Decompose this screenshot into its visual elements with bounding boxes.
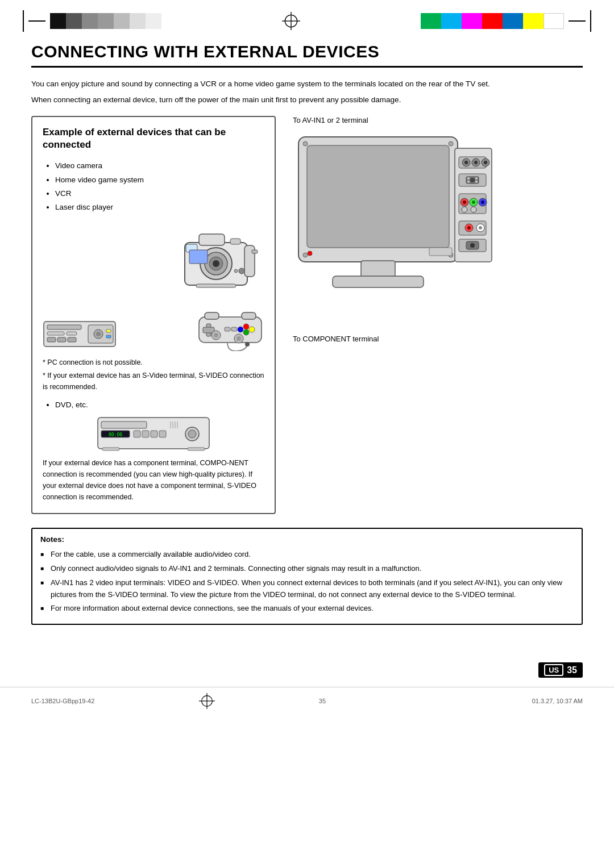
svg-point-75 (470, 178, 475, 182)
color-bars-right (421, 13, 564, 29)
vert-line-left (23, 10, 24, 32)
header-crosshair (282, 12, 300, 30)
footer-center-page: 35 (319, 698, 326, 704)
color-bar-blue (503, 13, 523, 29)
svg-rect-16 (196, 284, 236, 287)
svg-point-44 (245, 342, 250, 347)
svg-rect-60 (188, 448, 205, 450)
dvd-player-icon: 00:00 (97, 415, 210, 452)
svg-rect-52 (159, 431, 166, 437)
color-bar-3 (82, 13, 98, 29)
color-bar-2 (66, 13, 82, 29)
camera-image-area (43, 223, 264, 297)
list-item: AV-IN1 has 2 video input terminals: VIDE… (40, 577, 574, 601)
svg-rect-19 (47, 332, 64, 335)
svg-point-102 (308, 251, 312, 256)
color-bar-7 (146, 13, 161, 29)
svg-rect-13 (189, 250, 208, 264)
svg-rect-59 (102, 448, 119, 450)
right-area: To AV-IN1 or 2 terminal (293, 116, 583, 514)
notes-section: Notes: For the cable, use a commercially… (31, 528, 583, 625)
color-bar-5 (114, 13, 130, 29)
footer-right: US 35 (538, 662, 583, 678)
svg-point-76 (467, 177, 470, 180)
svg-rect-62 (307, 145, 449, 248)
svg-point-88 (471, 207, 476, 212)
header-left (23, 10, 161, 32)
svg-rect-28 (106, 335, 111, 338)
svg-rect-27 (106, 329, 111, 332)
svg-point-35 (243, 329, 249, 335)
list-item: Video camera (55, 159, 264, 173)
svg-rect-36 (225, 327, 230, 331)
list-item: Only connect audio/video signals to AV-I… (40, 563, 574, 575)
svg-point-54 (188, 430, 196, 438)
left-box: Example of external devices that can be … (31, 116, 276, 514)
svg-point-34 (238, 327, 243, 332)
svg-point-32 (243, 324, 249, 329)
horiz-line-left (28, 20, 45, 22)
av-terminal-label: To AV-IN1 or 2 terminal (293, 116, 583, 124)
notes-list: For the cable, use a commercially availa… (40, 549, 574, 615)
color-bar-1 (50, 13, 66, 29)
color-bar-4 (98, 13, 114, 29)
svg-rect-46 (101, 422, 147, 428)
horiz-line-right (569, 20, 586, 22)
svg-point-72 (484, 161, 487, 164)
svg-point-98 (449, 141, 453, 146)
header-right (421, 10, 591, 32)
svg-text:00:00: 00:00 (109, 432, 122, 437)
svg-point-87 (462, 207, 467, 212)
svg-rect-64 (333, 276, 424, 287)
header (0, 0, 614, 32)
page-number: 35 (567, 665, 577, 675)
list-item: For more information about external devi… (40, 603, 574, 615)
color-bars-left (50, 13, 161, 29)
list-item: Laser disc player (55, 201, 264, 214)
intro-line1: You can enjoy picture and sound by conne… (31, 78, 583, 90)
svg-point-70 (474, 161, 478, 164)
list-item: Home video game system (55, 173, 264, 187)
dvd-list: DVD, etc. (43, 400, 264, 409)
svg-point-97 (303, 141, 308, 146)
svg-rect-12 (252, 250, 258, 253)
svg-point-82 (463, 201, 466, 204)
svg-rect-50 (142, 431, 149, 437)
us-label: US (544, 664, 563, 676)
vcr-gamepad-area (43, 300, 264, 351)
svg-point-41 (214, 333, 218, 337)
svg-point-26 (96, 332, 101, 336)
component-terminal-label: To COMPONENT terminal (293, 335, 583, 343)
page-title: CONNECTING WITH EXTERNAL DEVICES (31, 42, 583, 68)
svg-point-91 (467, 226, 471, 229)
vert-line-right (590, 10, 591, 32)
footer-crosshair (198, 692, 216, 710)
svg-rect-23 (68, 337, 76, 342)
notes-title: Notes: (40, 533, 574, 546)
tv-back-icon (293, 131, 497, 324)
svg-rect-21 (47, 337, 56, 342)
footer: US 35 (0, 653, 614, 685)
svg-rect-63 (361, 261, 395, 278)
svg-rect-49 (134, 431, 140, 437)
svg-point-68 (464, 161, 468, 164)
svg-rect-37 (231, 327, 237, 331)
svg-point-78 (467, 181, 470, 183)
note-block-svideo: * PC connection is not possible. * If yo… (43, 357, 264, 393)
svg-rect-22 (57, 337, 66, 342)
svg-point-96 (470, 243, 475, 248)
color-bar-green (421, 13, 441, 29)
svg-point-86 (481, 201, 484, 204)
color-bar-cyan (441, 13, 462, 29)
svg-point-33 (249, 327, 255, 332)
svg-point-79 (475, 181, 478, 183)
svg-rect-20 (67, 332, 77, 335)
svg-point-43 (237, 336, 241, 341)
svg-rect-38 (205, 312, 219, 319)
svg-point-93 (479, 226, 482, 229)
camera-icon (168, 223, 264, 297)
list-item: VCR (55, 187, 264, 201)
list-item: DVD, etc. (55, 400, 264, 409)
footer-datetime: 01.3.27, 10:37 AM (532, 698, 583, 704)
footer-left-code: LC-13B2U-GBpp19-42 (31, 698, 94, 704)
